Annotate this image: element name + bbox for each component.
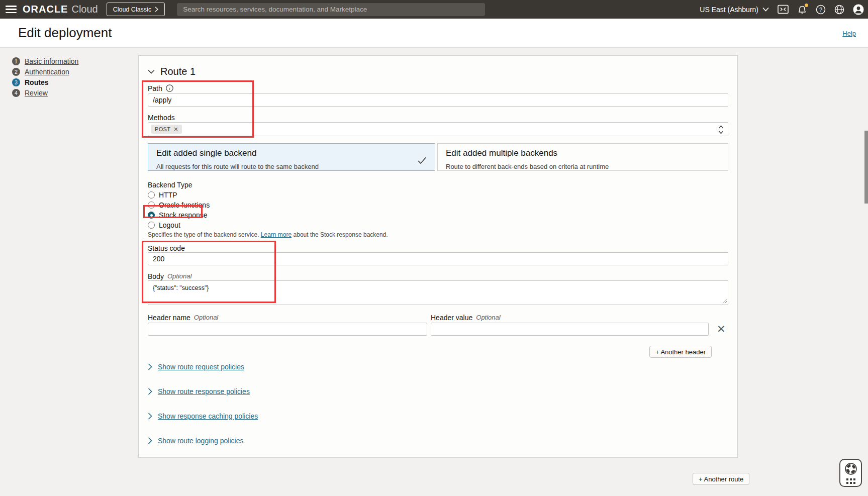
backend-type-label-text: Backend Type <box>148 181 192 188</box>
wizard-step-label[interactable]: Authentication <box>25 68 69 76</box>
policy-links: Show route request policies Show route r… <box>148 362 728 445</box>
svg-text:i: i <box>169 86 170 91</box>
radio-circle-selected[interactable] <box>148 212 155 219</box>
another-header-button[interactable]: + Another header <box>649 346 712 358</box>
wizard-step-label[interactable]: Basic information <box>25 57 78 65</box>
radio-logout[interactable]: Logout <box>148 220 728 230</box>
global-search-input[interactable] <box>177 3 485 16</box>
learn-more-link[interactable]: Learn more <box>261 231 292 238</box>
path-label: Path <box>148 85 162 92</box>
path-label-row: Path i <box>148 84 728 92</box>
lifebuoy-icon <box>844 462 857 475</box>
radio-label: Logout <box>159 221 180 229</box>
card-single-backend[interactable]: Edit added single backend All requests f… <box>148 143 435 171</box>
route-title: Route 1 <box>160 66 196 77</box>
notifications-bell-icon[interactable] <box>797 5 807 15</box>
help-question-icon[interactable]: ? <box>816 5 826 15</box>
show-route-request-policies-link[interactable]: Show route request policies <box>148 362 728 371</box>
header-value-input[interactable] <box>431 323 709 336</box>
page-title: Edit deployment <box>18 25 112 41</box>
helper-prefix: Specifies the type of the backend servic… <box>148 231 259 238</box>
radio-oracle-functions[interactable]: Oracle functions <box>148 200 728 210</box>
info-icon[interactable]: i <box>166 84 173 92</box>
chevron-right-icon <box>148 388 152 395</box>
backend-type-helper-text: Specifies the type of the backend servic… <box>148 232 728 238</box>
card-title: Edit added single backend <box>156 148 427 158</box>
remove-header-row-icon[interactable]: ✕ <box>717 324 726 334</box>
header-name-input[interactable] <box>148 323 427 336</box>
selected-check-icon <box>417 157 427 164</box>
policy-link-label: Show route logging policies <box>158 437 243 445</box>
chevron-right-icon <box>148 363 152 370</box>
radio-label: Oracle functions <box>159 201 210 209</box>
radio-label: Stock response <box>159 211 208 219</box>
hamburger-menu-icon[interactable] <box>6 6 17 13</box>
wizard-step-label: Routes <box>25 78 48 86</box>
card-multiple-backends[interactable]: Edit added multiple backends Route to di… <box>437 143 728 171</box>
chevron-right-icon <box>148 413 152 420</box>
methods-select[interactable]: POST ✕ <box>148 122 728 136</box>
radio-circle[interactable] <box>148 202 155 209</box>
brand-cloud: Cloud <box>71 4 98 15</box>
method-tag-label: POST <box>155 126 170 132</box>
vertical-scrollbar-thumb[interactable] <box>864 131 868 204</box>
wizard-step-review[interactable]: 4 Review <box>12 87 78 98</box>
header-name-label-row: Header name Optional <box>148 314 427 321</box>
header-value-column: Header value Optional <box>431 314 709 336</box>
wizard-steps: 1 Basic information 2 Authentication 3 R… <box>12 56 78 98</box>
step-number-badge: 3 <box>12 78 20 86</box>
chevron-down-icon <box>148 69 155 74</box>
cloud-classic-label: Cloud Classic <box>113 6 151 13</box>
header-name-column: Header name Optional <box>148 314 427 336</box>
region-selector[interactable]: US East (Ashburn) <box>700 6 769 14</box>
wizard-step-authentication[interactable]: 2 Authentication <box>12 66 78 77</box>
radio-circle[interactable] <box>148 191 155 199</box>
cloud-shell-icon[interactable] <box>778 5 789 14</box>
policy-link-label: Show response caching policies <box>158 412 258 420</box>
help-link[interactable]: Help <box>842 30 856 37</box>
path-input[interactable] <box>148 93 728 107</box>
status-code-input[interactable] <box>148 252 728 265</box>
optional-label: Optional <box>167 273 191 280</box>
show-route-logging-policies-link[interactable]: Show route logging policies <box>148 436 728 445</box>
body-label-row: Body Optional <box>148 273 728 280</box>
helper-suffix: about the Stock response backend. <box>294 231 388 238</box>
body-field-wrap: {"status": "success"} <box>148 280 728 305</box>
another-route-button[interactable]: + Another route <box>693 473 749 485</box>
wizard-step-basic-information[interactable]: 1 Basic information <box>12 56 78 66</box>
content-area: 1 Basic information 2 Authentication 3 R… <box>0 48 868 496</box>
oracle-cloud-logo: ORACLE Cloud <box>23 4 98 15</box>
methods-label-text: Methods <box>148 114 175 121</box>
show-response-caching-policies-link[interactable]: Show response caching policies <box>148 412 728 421</box>
methods-label: Methods <box>148 114 728 121</box>
radio-circle[interactable] <box>148 222 155 229</box>
user-avatar[interactable] <box>853 4 864 15</box>
cloud-classic-button[interactable]: Cloud Classic <box>107 3 165 16</box>
widget-dots-grid-icon <box>846 478 855 484</box>
header-name-label: Header name <box>148 314 190 321</box>
brand-oracle: ORACLE <box>23 4 68 15</box>
route-panel: Route 1 Path i Methods POST ✕ Edit added… <box>138 55 738 458</box>
header-value-label-row: Header value Optional <box>431 314 709 321</box>
topbar-right-cluster: US East (Ashburn) ? <box>700 4 868 15</box>
language-globe-icon[interactable] <box>834 5 844 15</box>
status-code-label: Status code <box>148 245 728 252</box>
status-code-label-text: Status code <box>148 245 185 252</box>
card-description: All requests for this route will route t… <box>156 163 427 170</box>
radio-http[interactable]: HTTP <box>148 190 728 200</box>
backend-mode-cards: Edit added single backend All requests f… <box>148 143 728 171</box>
step-number-badge: 4 <box>12 89 20 97</box>
radio-stock-response[interactable]: Stock response <box>148 210 728 220</box>
optional-label: Optional <box>194 314 218 321</box>
policy-link-label: Show route response policies <box>158 387 250 395</box>
wizard-step-routes[interactable]: 3 Routes <box>12 77 78 87</box>
body-textarea[interactable]: {"status": "success"} <box>148 280 728 305</box>
show-route-response-policies-link[interactable]: Show route response policies <box>148 387 728 396</box>
support-widget[interactable] <box>839 459 862 487</box>
wizard-step-label[interactable]: Review <box>25 89 48 97</box>
route-collapse-header[interactable]: Route 1 <box>148 67 728 76</box>
region-label: US East (Ashburn) <box>700 6 758 14</box>
policy-link-label: Show route request policies <box>158 363 244 371</box>
body-label: Body <box>148 273 164 280</box>
remove-method-icon[interactable]: ✕ <box>173 127 178 132</box>
